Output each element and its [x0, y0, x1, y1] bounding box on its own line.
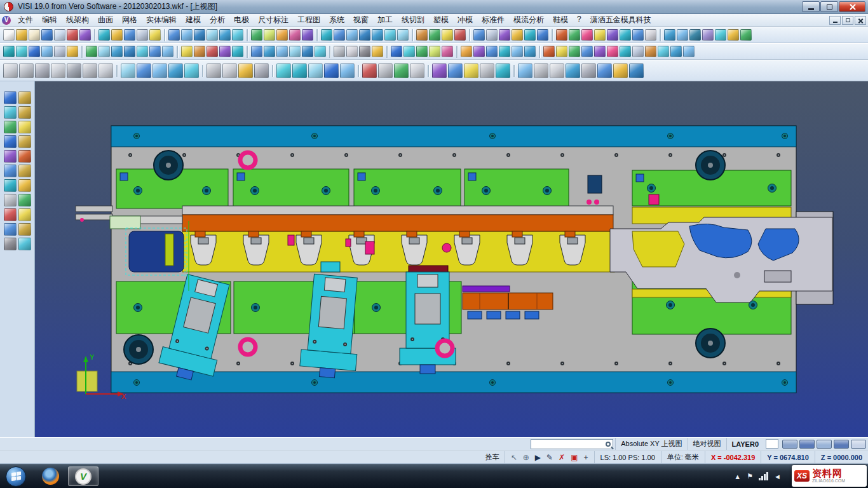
tool-icon[interactable] — [16, 46, 27, 57]
tool-icon[interactable] — [18, 106, 31, 119]
tool-icon[interactable] — [302, 46, 313, 57]
tool-icon[interactable] — [137, 46, 148, 57]
tool-icon[interactable] — [518, 64, 532, 78]
tool-icon[interactable] — [315, 46, 326, 57]
tool-icon[interactable] — [181, 46, 193, 57]
tool-icon[interactable] — [658, 46, 669, 57]
menu-item-14[interactable]: 线切割 — [397, 13, 429, 27]
tool-icon[interactable] — [594, 46, 606, 57]
tool-icon[interactable] — [276, 29, 288, 41]
search-input[interactable] — [533, 440, 606, 448]
tool-icon[interactable] — [4, 223, 17, 236]
tool-icon[interactable] — [629, 64, 644, 78]
tool-icon[interactable] — [3, 46, 15, 57]
tool-icon[interactable] — [251, 29, 262, 41]
child-minimize-button[interactable] — [829, 16, 841, 25]
tool-icon[interactable] — [597, 64, 612, 78]
tool-icon[interactable] — [18, 223, 31, 236]
menu-item-4[interactable]: 网格 — [118, 13, 142, 27]
tool-icon[interactable] — [384, 29, 396, 41]
add-icon[interactable]: + — [582, 453, 590, 462]
tool-icon[interactable] — [232, 46, 243, 57]
tool-icon[interactable] — [550, 64, 564, 78]
tool-icon[interactable] — [222, 64, 237, 78]
menu-item-20[interactable]: ? — [573, 13, 586, 27]
tool-icon[interactable] — [18, 238, 31, 250]
tool-icon[interactable] — [566, 64, 580, 78]
tool-icon[interactable] — [111, 29, 123, 41]
tool-icon[interactable] — [4, 165, 17, 177]
tool-icon[interactable] — [184, 64, 199, 78]
tool-icon[interactable] — [4, 135, 17, 148]
cad-drawing[interactable]: Y X — [35, 81, 868, 437]
tool-icon[interactable] — [715, 29, 726, 41]
cam-slide-3[interactable] — [400, 272, 456, 374]
tool-icon[interactable] — [534, 64, 548, 78]
tool-icon[interactable] — [4, 92, 17, 104]
tool-icon[interactable] — [448, 64, 463, 78]
run-icon[interactable]: ▶ — [533, 453, 543, 462]
tool-icon[interactable] — [41, 29, 53, 41]
tool-icon[interactable] — [689, 29, 701, 41]
tool-icon[interactable] — [410, 64, 424, 78]
tool-icon[interactable] — [86, 46, 97, 57]
tool-icon[interactable] — [321, 29, 332, 41]
tool-icon[interactable] — [207, 29, 218, 41]
tool-icon[interactable] — [35, 64, 50, 78]
tool-icon[interactable] — [4, 150, 17, 163]
tool-icon[interactable] — [51, 64, 65, 78]
edit-icon[interactable]: ✎ — [545, 453, 555, 462]
tool-icon[interactable] — [264, 29, 275, 41]
tool-icon[interactable] — [168, 29, 180, 41]
tool-icon[interactable] — [702, 29, 714, 41]
taskbar-visi-button[interactable]: V — [68, 466, 98, 486]
menu-item-19[interactable]: 鞋模 — [548, 13, 573, 27]
absolute-view-button[interactable]: 绝对视图 — [688, 438, 726, 450]
tool-icon[interactable] — [432, 64, 447, 78]
tool-icon[interactable] — [670, 46, 682, 57]
tool-icon[interactable] — [181, 29, 193, 41]
tool-icon[interactable] — [19, 64, 34, 78]
tool-icon[interactable] — [251, 46, 262, 57]
tool-icon[interactable] — [232, 29, 243, 41]
tool-icon[interactable] — [581, 29, 593, 41]
command-button[interactable] — [851, 440, 866, 449]
close-button[interactable] — [839, 1, 865, 12]
menu-item-0[interactable]: 文件 — [13, 13, 37, 27]
menu-item-2[interactable]: 线架构 — [62, 13, 93, 27]
tool-icon[interactable] — [254, 64, 269, 78]
tool-icon[interactable] — [54, 29, 65, 41]
tool-icon[interactable] — [137, 64, 151, 78]
menu-item-10[interactable]: 工程图 — [293, 13, 325, 27]
tool-icon[interactable] — [4, 179, 17, 192]
tool-icon[interactable] — [79, 29, 91, 41]
tool-icon[interactable] — [372, 46, 383, 57]
tool-icon[interactable] — [168, 64, 183, 78]
layer-color-box[interactable] — [766, 439, 778, 449]
tool-icon[interactable] — [442, 46, 453, 57]
tool-icon[interactable] — [486, 29, 498, 41]
tool-icon[interactable] — [454, 29, 466, 41]
tool-icon[interactable] — [359, 29, 370, 41]
tool-icon[interactable] — [4, 208, 17, 221]
tool-icon[interactable] — [569, 29, 580, 41]
tool-icon[interactable] — [403, 46, 415, 57]
tool-icon[interactable] — [556, 46, 567, 57]
tool-icon[interactable] — [264, 46, 275, 57]
tool-icon[interactable] — [524, 46, 536, 57]
menu-item-15[interactable]: 塑模 — [429, 13, 453, 27]
tool-icon[interactable] — [677, 29, 688, 41]
hidden-icons-chevron[interactable]: ▲ — [734, 473, 741, 480]
tool-icon[interactable] — [238, 64, 253, 78]
tool-icon[interactable] — [372, 29, 383, 41]
tool-icon[interactable] — [346, 46, 358, 57]
tool-icon[interactable] — [41, 46, 53, 57]
tool-icon[interactable] — [728, 29, 739, 41]
menu-item-6[interactable]: 建模 — [181, 13, 205, 27]
tool-icon[interactable] — [153, 64, 167, 78]
tool-icon[interactable] — [308, 64, 323, 78]
tool-icon[interactable] — [67, 46, 78, 57]
menu-item-12[interactable]: 视窗 — [349, 13, 373, 27]
tool-icon[interactable] — [98, 64, 113, 78]
tool-icon[interactable] — [289, 29, 301, 41]
